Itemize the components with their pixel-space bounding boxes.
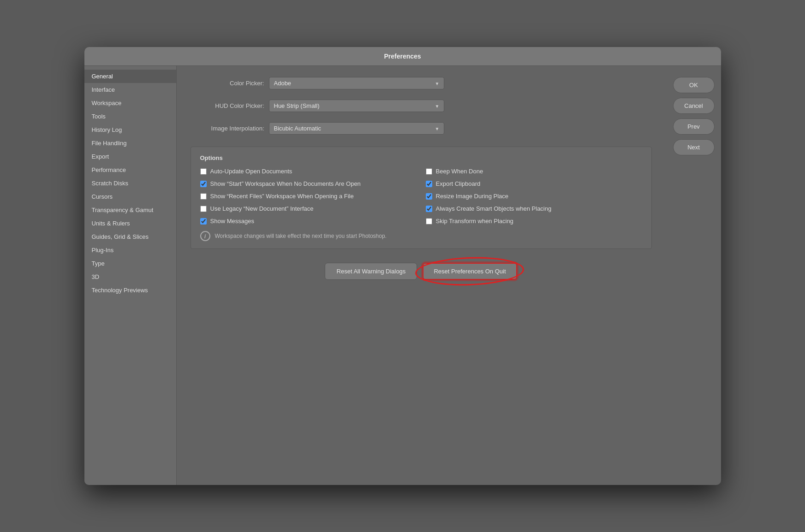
ok-button[interactable]: OK: [673, 77, 715, 93]
always-smart-label: Always Create Smart Objects when Placing: [436, 205, 552, 212]
image-interpolation-row: Image Interpolation: Bicubic Automatic N…: [191, 122, 652, 135]
image-interpolation-select-wrapper: Bicubic Automatic Nearest Neighbor Bilin…: [269, 122, 444, 135]
sidebar-item-interface[interactable]: Interface: [84, 83, 176, 96]
hud-color-picker-label: HUD Color Picker:: [191, 102, 264, 109]
sidebar: GeneralInterfaceWorkspaceToolsHistory Lo…: [84, 66, 177, 485]
sidebar-item-general[interactable]: General: [84, 70, 176, 83]
resize-image-checkbox[interactable]: [426, 193, 432, 200]
color-picker-select[interactable]: Adobe Windows: [269, 77, 444, 89]
export-clipboard-checkbox[interactable]: [426, 181, 432, 187]
checkbox-skip-transform: Skip Transform when Placing: [426, 218, 642, 225]
preferences-dialog: Preferences GeneralInterfaceWorkspaceToo…: [84, 47, 721, 485]
image-interpolation-select[interactable]: Bicubic Automatic Nearest Neighbor Bilin…: [269, 122, 444, 135]
sidebar-item-history-log[interactable]: History Log: [84, 123, 176, 136]
beep-label: Beep When Done: [436, 168, 483, 175]
show-recent-label: Show “Recent Files” Workspace When Openi…: [210, 193, 354, 200]
main-content: Color Picker: Adobe Windows HUD Color Pi…: [177, 66, 666, 485]
action-buttons-row: Reset All Warning Dialogs Reset Preferen…: [191, 263, 652, 280]
sidebar-item-export[interactable]: Export: [84, 150, 176, 163]
options-grid: Auto-Update Open Documents Beep When Don…: [200, 168, 642, 225]
checkbox-auto-update: Auto-Update Open Documents: [200, 168, 417, 175]
color-picker-row: Color Picker: Adobe Windows: [191, 77, 652, 89]
next-button[interactable]: Next: [673, 139, 715, 155]
use-legacy-checkbox[interactable]: [200, 206, 207, 212]
sidebar-item-guides-grid-slices[interactable]: Guides, Grid & Slices: [84, 230, 176, 243]
options-box: Options Auto-Update Open Documents Beep …: [191, 147, 652, 249]
checkbox-always-smart: Always Create Smart Objects when Placing: [426, 205, 642, 212]
auto-update-checkbox[interactable]: [200, 168, 207, 175]
use-legacy-label: Use Legacy “New Document” Interface: [210, 205, 314, 212]
show-messages-checkbox[interactable]: [200, 218, 207, 225]
prev-button[interactable]: Prev: [673, 118, 715, 135]
sidebar-item-transparency-gamut[interactable]: Transparency & Gamut: [84, 203, 176, 217]
hud-color-picker-select[interactable]: Hue Strip (Small) Hue Strip (Medium) Hue…: [269, 100, 444, 112]
show-start-checkbox[interactable]: [200, 181, 207, 187]
skip-transform-checkbox[interactable]: [426, 218, 432, 225]
show-start-label: Show “Start” Workspace When No Documents…: [210, 180, 361, 187]
sidebar-item-workspace[interactable]: Workspace: [84, 96, 176, 110]
hud-color-picker-select-wrapper: Hue Strip (Small) Hue Strip (Medium) Hue…: [269, 100, 444, 112]
reset-prefs-button[interactable]: Reset Preferences On Quit: [423, 263, 517, 280]
show-recent-checkbox[interactable]: [200, 193, 207, 200]
sidebar-item-technology-previews[interactable]: Technology Previews: [84, 284, 176, 297]
checkbox-show-messages: Show Messages: [200, 218, 417, 225]
info-row: i Workspace changes will take effect the…: [200, 231, 642, 241]
color-picker-select-wrapper: Adobe Windows: [269, 77, 444, 89]
sidebar-item-scratch-disks[interactable]: Scratch Disks: [84, 177, 176, 190]
reset-prefs-wrapper: Reset Preferences On Quit: [423, 263, 517, 280]
sidebar-item-3d[interactable]: 3D: [84, 270, 176, 284]
checkbox-show-start: Show “Start” Workspace When No Documents…: [200, 180, 417, 187]
auto-update-label: Auto-Update Open Documents: [210, 168, 292, 175]
always-smart-checkbox[interactable]: [426, 206, 432, 212]
export-clipboard-label: Export Clipboard: [436, 180, 481, 187]
info-icon: i: [200, 231, 210, 241]
sidebar-item-file-handling[interactable]: File Handling: [84, 136, 176, 150]
nav-buttons: OK Cancel Prev Next: [666, 66, 721, 485]
sidebar-item-units-rulers[interactable]: Units & Rulers: [84, 217, 176, 230]
skip-transform-label: Skip Transform when Placing: [436, 218, 513, 225]
hud-color-picker-row: HUD Color Picker: Hue Strip (Small) Hue …: [191, 100, 652, 112]
resize-image-label: Resize Image During Place: [436, 193, 509, 200]
color-picker-label: Color Picker:: [191, 80, 264, 87]
info-text: Workspace changes will take effect the n…: [215, 233, 387, 239]
show-messages-label: Show Messages: [210, 218, 254, 225]
checkbox-export-clipboard: Export Clipboard: [426, 180, 642, 187]
options-title: Options: [200, 154, 642, 161]
sidebar-item-plug-ins[interactable]: Plug-Ins: [84, 243, 176, 257]
cancel-button[interactable]: Cancel: [673, 98, 715, 114]
dialog-title: Preferences: [84, 47, 721, 66]
checkbox-show-recent: Show “Recent Files” Workspace When Openi…: [200, 193, 417, 200]
sidebar-item-performance[interactable]: Performance: [84, 163, 176, 177]
sidebar-item-type[interactable]: Type: [84, 257, 176, 270]
sidebar-item-cursors[interactable]: Cursors: [84, 190, 176, 203]
reset-warning-button[interactable]: Reset All Warning Dialogs: [325, 263, 417, 280]
checkbox-resize-image: Resize Image During Place: [426, 193, 642, 200]
checkbox-use-legacy: Use Legacy “New Document” Interface: [200, 205, 417, 212]
sidebar-item-tools[interactable]: Tools: [84, 110, 176, 123]
beep-checkbox[interactable]: [426, 168, 432, 175]
checkbox-beep: Beep When Done: [426, 168, 642, 175]
image-interpolation-label: Image Interpolation:: [191, 125, 264, 132]
